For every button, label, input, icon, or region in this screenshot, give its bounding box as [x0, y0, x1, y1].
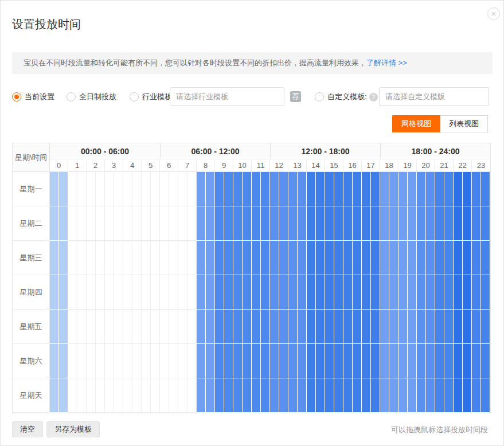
time-cell[interactable] — [224, 241, 233, 275]
time-cell[interactable] — [151, 310, 160, 344]
time-cell[interactable] — [325, 206, 334, 241]
time-cell[interactable] — [426, 310, 435, 344]
time-cell[interactable] — [132, 172, 142, 206]
time-cell[interactable] — [96, 310, 105, 344]
time-cell[interactable] — [206, 310, 215, 344]
time-cell[interactable] — [50, 344, 59, 378]
time-cell[interactable] — [233, 275, 243, 310]
time-cell[interactable] — [435, 275, 444, 310]
time-cell[interactable] — [325, 241, 334, 275]
time-cell[interactable] — [261, 172, 270, 206]
time-cell[interactable] — [224, 275, 233, 310]
time-cell[interactable] — [417, 344, 426, 378]
time-cell[interactable] — [435, 378, 444, 413]
time-cell[interactable] — [160, 241, 169, 275]
time-cell[interactable] — [307, 172, 316, 206]
time-cell[interactable] — [87, 310, 96, 344]
time-cell[interactable] — [398, 310, 408, 344]
time-cell[interactable] — [77, 172, 87, 206]
time-cell[interactable] — [444, 310, 454, 344]
time-cell[interactable] — [215, 344, 224, 378]
time-cell[interactable] — [435, 310, 444, 344]
list-view-button[interactable]: 列表视图 — [440, 115, 488, 132]
time-cell[interactable] — [279, 310, 288, 344]
time-cell[interactable] — [252, 172, 261, 206]
time-cell[interactable] — [353, 206, 362, 241]
learn-more-link[interactable]: 了解详情 >> — [366, 58, 407, 67]
time-cell[interactable] — [252, 275, 261, 310]
time-cell[interactable] — [454, 172, 463, 206]
time-cell[interactable] — [224, 344, 233, 378]
time-cell[interactable] — [444, 241, 454, 275]
time-cell[interactable] — [362, 172, 371, 206]
time-cell[interactable] — [353, 172, 362, 206]
time-cell[interactable] — [343, 172, 353, 206]
time-cell[interactable] — [59, 275, 68, 310]
time-cell[interactable] — [105, 172, 114, 206]
time-cell[interactable] — [472, 310, 481, 344]
time-cell[interactable] — [408, 310, 417, 344]
time-cell[interactable] — [408, 241, 417, 275]
time-cell[interactable] — [472, 344, 481, 378]
time-cell[interactable] — [132, 378, 142, 413]
time-cell[interactable] — [481, 206, 490, 241]
time-cell[interactable] — [389, 344, 398, 378]
time-cell[interactable] — [426, 378, 435, 413]
time-cell[interactable] — [178, 241, 187, 275]
time-cell[interactable] — [380, 378, 389, 413]
time-cell[interactable] — [215, 206, 224, 241]
time-cell[interactable] — [261, 310, 270, 344]
time-cell[interactable] — [279, 344, 288, 378]
time-cell[interactable] — [298, 172, 307, 206]
time-cell[interactable] — [50, 378, 59, 413]
time-cell[interactable] — [435, 206, 444, 241]
time-cell[interactable] — [371, 310, 380, 344]
time-cell[interactable] — [353, 275, 362, 310]
time-cell[interactable] — [472, 172, 481, 206]
time-cell[interactable] — [371, 241, 380, 275]
time-cell[interactable] — [334, 172, 343, 206]
time-cell[interactable] — [243, 378, 252, 413]
time-cell[interactable] — [233, 378, 243, 413]
time-cell[interactable] — [270, 275, 279, 310]
time-cell[interactable] — [160, 344, 169, 378]
time-cell[interactable] — [417, 310, 426, 344]
time-cell[interactable] — [59, 241, 68, 275]
time-cell[interactable] — [288, 275, 298, 310]
time-cell[interactable] — [105, 206, 114, 241]
time-cell[interactable] — [243, 172, 252, 206]
time-cell[interactable] — [169, 172, 178, 206]
close-icon[interactable]: × — [487, 7, 500, 20]
time-cell[interactable] — [224, 172, 233, 206]
time-cell[interactable] — [288, 344, 298, 378]
time-cell[interactable] — [252, 344, 261, 378]
time-cell[interactable] — [123, 206, 132, 241]
time-cell[interactable] — [316, 275, 325, 310]
time-cell[interactable] — [371, 206, 380, 241]
time-cell[interactable] — [178, 344, 187, 378]
time-cell[interactable] — [87, 241, 96, 275]
time-cell[interactable] — [105, 344, 114, 378]
time-cell[interactable] — [472, 378, 481, 413]
time-cell[interactable] — [389, 378, 398, 413]
time-cell[interactable] — [454, 344, 463, 378]
time-cell[interactable] — [454, 275, 463, 310]
time-cell[interactable] — [426, 275, 435, 310]
time-cell[interactable] — [316, 172, 325, 206]
radio-all-day[interactable]: 全日制投放 — [67, 87, 116, 107]
time-cell[interactable] — [389, 310, 398, 344]
time-cell[interactable] — [481, 344, 490, 378]
time-cell[interactable] — [298, 344, 307, 378]
time-cell[interactable] — [288, 172, 298, 206]
time-cell[interactable] — [114, 378, 123, 413]
time-cell[interactable] — [261, 241, 270, 275]
time-cell[interactable] — [417, 241, 426, 275]
time-cell[interactable] — [380, 206, 389, 241]
time-cell[interactable] — [270, 344, 279, 378]
time-cell[interactable] — [316, 378, 325, 413]
time-cell[interactable] — [243, 275, 252, 310]
time-cell[interactable] — [123, 241, 132, 275]
time-cell[interactable] — [68, 344, 77, 378]
time-cell[interactable] — [454, 310, 463, 344]
time-cell[interactable] — [389, 172, 398, 206]
